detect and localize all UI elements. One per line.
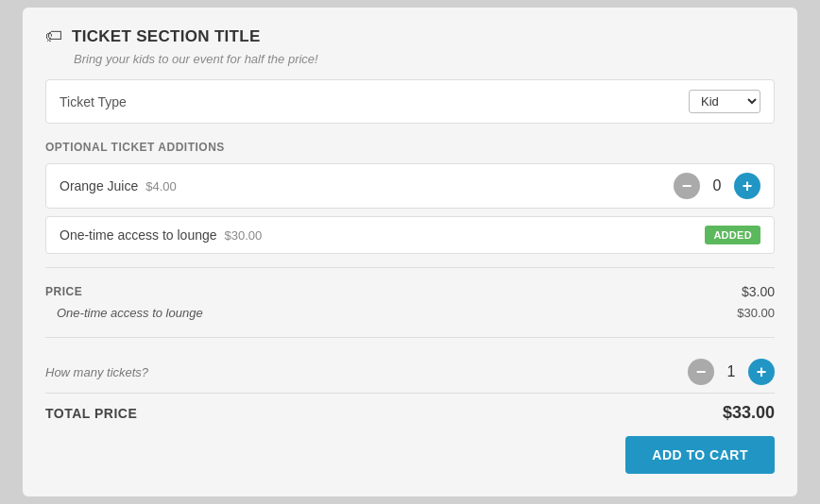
total-label: TOTAL PRICE bbox=[45, 406, 137, 421]
tickets-qty-value: 1 bbox=[722, 363, 741, 380]
divider-1 bbox=[45, 267, 775, 268]
price-sub-name-lounge: One-time access to lounge bbox=[57, 306, 203, 320]
oj-plus-button[interactable]: + bbox=[734, 173, 760, 199]
addition-name-lounge: One-time access to lounge bbox=[60, 227, 217, 243]
how-many-label: How many tickets? bbox=[45, 365, 148, 379]
price-base-value: $3.00 bbox=[742, 284, 775, 299]
ticket-card: 🏷 TICKET SECTION TITLE Bring your kids t… bbox=[23, 8, 797, 496]
section-title: TICKET SECTION TITLE bbox=[72, 27, 261, 46]
section-header: 🏷 TICKET SECTION TITLE bbox=[45, 26, 775, 46]
addition-info-oj: Orange Juice $4.00 bbox=[60, 178, 177, 193]
total-row: TOTAL PRICE $33.00 bbox=[45, 393, 775, 436]
price-label: PRICE bbox=[45, 285, 82, 298]
addition-info-lounge: One-time access to lounge $30.00 bbox=[60, 227, 262, 243]
price-row-main: PRICE $3.00 bbox=[45, 281, 775, 302]
addition-row-lounge: One-time access to lounge $30.00 ADDED bbox=[45, 216, 775, 254]
added-badge-lounge: ADDED bbox=[705, 226, 760, 244]
addition-controls-lounge: ADDED bbox=[705, 226, 760, 244]
tag-icon: 🏷 bbox=[45, 26, 62, 46]
addition-price-oj: $4.00 bbox=[145, 179, 177, 193]
section-subtitle: Bring your kids to our event for half th… bbox=[74, 52, 775, 66]
add-to-cart-button[interactable]: ADD TO CART bbox=[625, 436, 775, 474]
addition-controls-oj: − 0 + bbox=[674, 173, 760, 199]
total-value: $33.00 bbox=[723, 403, 775, 423]
price-sub-value-lounge: $30.00 bbox=[737, 306, 775, 320]
ticket-type-row: Ticket Type Adult Kid Senior bbox=[45, 79, 775, 124]
price-sub-row-lounge: One-time access to lounge $30.00 bbox=[45, 302, 775, 324]
add-to-cart-row: ADD TO CART bbox=[45, 436, 775, 474]
tickets-plus-button[interactable]: + bbox=[748, 359, 775, 385]
addition-name-oj: Orange Juice bbox=[60, 178, 138, 193]
optional-additions-header: OPTIONAL TICKET ADDITIONS bbox=[45, 141, 775, 154]
addition-price-lounge: $30.00 bbox=[225, 228, 263, 243]
price-section: PRICE $3.00 One-time access to lounge $3… bbox=[45, 281, 775, 324]
oj-qty-value: 0 bbox=[708, 177, 726, 194]
divider-2 bbox=[45, 337, 775, 338]
addition-row-oj: Orange Juice $4.00 − 0 + bbox=[45, 163, 775, 209]
how-many-controls: − 1 + bbox=[688, 359, 775, 385]
ticket-type-label: Ticket Type bbox=[60, 94, 127, 109]
how-many-row: How many tickets? − 1 + bbox=[45, 351, 775, 393]
oj-minus-button[interactable]: − bbox=[674, 173, 700, 199]
tickets-minus-button[interactable]: − bbox=[688, 359, 714, 385]
ticket-type-select[interactable]: Adult Kid Senior bbox=[689, 90, 760, 113]
